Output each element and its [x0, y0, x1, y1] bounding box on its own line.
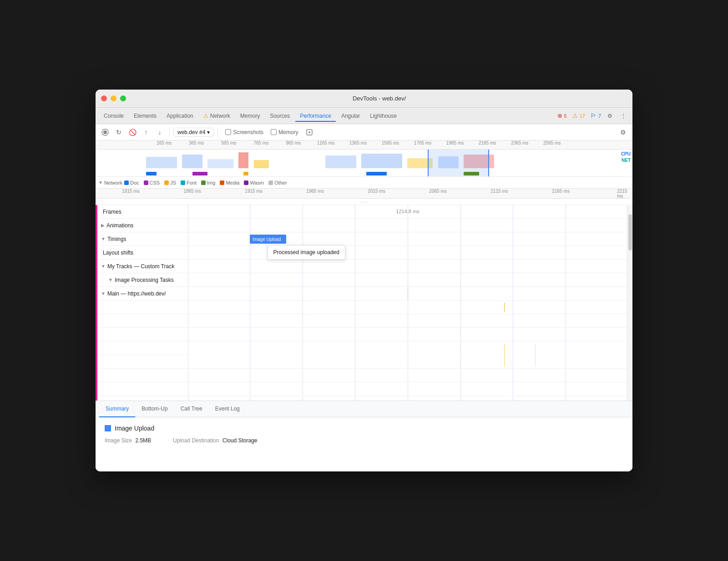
tick2-2215: 2215 ms: [617, 189, 627, 199]
warning-badge: ⚠ 17: [570, 112, 587, 120]
animations-content: [188, 219, 627, 232]
tick-1365: 1365 ms: [349, 140, 367, 145]
network-row-label: Network: [104, 180, 122, 185]
main-content: Frames ▶ Animations ▼ Timings Layout shi…: [96, 205, 632, 401]
tab-bottom-up[interactable]: Bottom-Up: [135, 401, 174, 417]
collapse-indicator[interactable]: ···: [96, 199, 632, 205]
upload-dest-label: Upload Destination Cloud Storage: [173, 437, 257, 444]
tab-memory[interactable]: Memory: [236, 110, 264, 122]
devtools-settings-icon[interactable]: ⚙: [617, 126, 629, 138]
main-row-6: [188, 382, 627, 396]
title-bar: DevTools - web.dev/: [96, 90, 632, 108]
tracks-content: 1214.8 ms Image Upload Processed image u…: [188, 205, 627, 401]
tab-elements[interactable]: Elements: [129, 110, 161, 122]
summary-color: [105, 425, 111, 431]
info-badge: 🏳 7: [588, 112, 603, 120]
summary-panel: Image Upload Image Size 2.5MB Upload Des…: [96, 417, 632, 471]
profile-selector[interactable]: web.dev #4 ▾: [173, 128, 214, 137]
error-badge: ⊗ 5: [555, 112, 569, 120]
maximize-button[interactable]: [120, 95, 126, 101]
tab-lighthouse[interactable]: Lighthouse: [365, 110, 401, 122]
track-row-timings[interactable]: ▼ Timings: [97, 232, 188, 246]
tab-summary[interactable]: Summary: [99, 401, 135, 417]
tick-565: 565 ms: [221, 140, 236, 145]
track-label-image-processing: Image Processing Tasks: [115, 277, 174, 283]
track-row-animations[interactable]: ▶ Animations: [97, 219, 188, 232]
legend-css: CSS: [144, 180, 160, 185]
track-row-custom-track[interactable]: ▼ My Tracks — Custom Track: [97, 260, 188, 273]
track-row-main-6: [97, 369, 188, 382]
legend-img: Img: [201, 180, 215, 185]
selection-overlay[interactable]: [428, 150, 489, 176]
record-button[interactable]: [99, 126, 111, 138]
more-icon[interactable]: ⋮: [618, 110, 629, 121]
tick-365: 365 ms: [189, 140, 204, 145]
yellow-marker-2: [504, 344, 505, 366]
expand-main-icon[interactable]: ▼: [101, 291, 106, 296]
image-upload-marker[interactable]: Image Upload: [250, 235, 286, 244]
tab-application[interactable]: Application: [162, 110, 198, 122]
timings-content: Image Upload Processed image uploaded: [188, 232, 627, 246]
capture-settings-icon[interactable]: [303, 126, 315, 138]
timeline-overview[interactable]: CPU NET: [96, 150, 632, 177]
tab-network[interactable]: ⚠ Network: [199, 110, 235, 122]
track-row-image-processing[interactable]: ▼ Image Processing Tasks: [97, 273, 188, 287]
track-label-animations: Animations: [106, 222, 133, 229]
cpu-label: CPU: [621, 151, 631, 156]
tab-angular[interactable]: Angular: [337, 110, 364, 122]
timing-tooltip: Processed image uploaded: [268, 245, 345, 260]
image-processing-content: [188, 273, 627, 287]
legend-media: Media: [220, 180, 239, 185]
settings-icon[interactable]: ⚙: [604, 110, 615, 121]
tick2-2065: 2065 ms: [429, 189, 446, 194]
track-row-main[interactable]: ▼ Main — https://web.dev/: [97, 287, 188, 301]
tick-2165: 2165 ms: [479, 140, 496, 145]
expand-animations-icon[interactable]: ▶: [101, 223, 105, 228]
memory-toggle[interactable]: Memory: [271, 129, 298, 135]
scrollbar-thumb[interactable]: [628, 214, 632, 250]
tick-765: 765 ms: [253, 140, 268, 145]
screenshots-toggle[interactable]: Screenshots: [225, 129, 263, 135]
track-row-layout-shifts[interactable]: Layout shifts: [97, 246, 188, 260]
window-title: DevTools - web.dev/: [131, 95, 627, 102]
tab-performance[interactable]: Performance: [295, 110, 336, 122]
track-row-main-1: [97, 301, 188, 314]
minimize-button[interactable]: [111, 95, 116, 101]
track-label-frames: Frames: [103, 209, 121, 215]
network-expand-icon[interactable]: ▼: [98, 180, 103, 185]
tick-965: 965 ms: [286, 140, 301, 145]
yellow-marker-1: [504, 303, 505, 312]
track-label-custom: My Tracks — Custom Track: [107, 263, 174, 270]
tab-event-log[interactable]: Event Log: [209, 401, 246, 417]
legend-other: Other: [268, 180, 287, 185]
upload-button[interactable]: ↑: [140, 126, 152, 138]
layout-shifts-content: [188, 246, 627, 260]
tick-1565: 1565 ms: [382, 140, 399, 145]
expand-icon: ▼: [108, 277, 113, 282]
main-row-5: [188, 369, 627, 382]
separator-2: [217, 128, 218, 137]
reload-button[interactable]: ↻: [113, 126, 125, 138]
tab-console[interactable]: Console: [99, 110, 128, 122]
track-row-main-7: [97, 382, 188, 396]
main-content-row: [188, 287, 627, 301]
net-label: NET: [622, 158, 631, 163]
tab-sources[interactable]: Sources: [265, 110, 294, 122]
tick2-2015: 2015 ms: [368, 189, 385, 194]
tab-call-tree[interactable]: Call Tree: [174, 401, 209, 417]
track-row-frames[interactable]: Frames: [97, 205, 188, 219]
clear-button[interactable]: 🚫: [126, 126, 138, 138]
close-button[interactable]: [101, 95, 107, 101]
tick2-1815: 1815 ms: [122, 189, 139, 194]
scrollbar[interactable]: [627, 205, 632, 401]
download-button[interactable]: ↓: [154, 126, 166, 138]
tick2-2165: 2165 ms: [552, 189, 569, 194]
main-vline-1: [408, 287, 408, 300]
traffic-lights: [101, 95, 126, 101]
tick-1165: 1165 ms: [317, 140, 334, 145]
top-tabs: Console Elements Application ⚠ Network M…: [96, 108, 632, 124]
tick-1765: 1765 ms: [414, 140, 431, 145]
expand-custom-icon[interactable]: ▼: [101, 264, 106, 269]
frames-content: 1214.8 ms: [188, 205, 627, 219]
expand-timings-icon[interactable]: ▼: [101, 236, 106, 241]
